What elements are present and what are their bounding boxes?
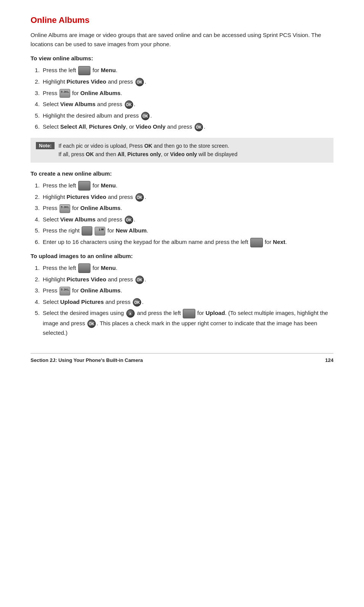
ok-button-icon: OK <box>125 100 133 109</box>
footer-right: 124 <box>325 357 333 363</box>
menu-key-icon <box>78 181 91 190</box>
list-item: Highlight Pictures Video and press OK. <box>41 274 333 284</box>
list-item: Select Upload Pictures and press OK. <box>41 297 333 307</box>
key-5-icon: 5 JKL <box>60 287 70 295</box>
list-item: Press 5 JKL for Online Albums. <box>41 286 333 295</box>
section3-label: To upload images to an online album: <box>31 253 333 259</box>
ok-button-icon: OK <box>87 320 96 328</box>
ok-button-icon: OK <box>141 112 150 120</box>
list-item: Select View Albums and press OK. <box>41 99 333 109</box>
section3-steps: Press the left for Menu. Highlight Pictu… <box>41 263 333 338</box>
page-title: Online Albums <box>31 15 333 25</box>
list-item: Press the left for Menu. <box>41 181 333 190</box>
list-item: Select the desired images using ∧OK and … <box>41 308 333 337</box>
ok-button-icon: OK <box>135 276 144 284</box>
list-item: Press the right 1 ✉ for New Album. <box>41 226 333 236</box>
menu-key-icon <box>78 263 91 273</box>
section2-label: To create a new online album: <box>31 170 333 177</box>
ok-button-icon: OK <box>125 216 133 224</box>
list-item: Highlight Pictures Video and press OK. <box>41 192 333 202</box>
list-item: Highlight the desired album and press OK… <box>41 111 333 121</box>
list-item: Press the left for Menu. <box>41 263 333 273</box>
footer-left: Section 2J: Using Your Phone's Built-in … <box>31 357 143 363</box>
list-item: Press 5 JKL for Online Albums. <box>41 203 333 213</box>
section1-label: To view online albums: <box>31 55 333 61</box>
intro-text: Online Albums are image or video groups … <box>31 31 333 49</box>
ok-button-icon: OK <box>195 123 203 131</box>
list-item: Select View Albums and press OK. <box>41 215 333 224</box>
ok-button-icon: OK <box>135 78 144 86</box>
right-key-icon <box>82 226 92 236</box>
menu-key-icon <box>183 309 195 318</box>
list-item: Press the left for Menu. <box>41 65 333 75</box>
menu-key-icon <box>250 238 263 247</box>
list-item: Select Select All, Pictures Only, or Vid… <box>41 122 333 132</box>
ok-button-icon: OK <box>135 193 144 202</box>
menu-key-icon <box>78 66 91 75</box>
key-5-icon: 5 JKL <box>60 89 70 98</box>
note-label: Note: <box>36 142 55 149</box>
note-text: If each pic or video is upload, Press OK… <box>58 142 237 159</box>
list-item: Press 5 JKL for Online Albums. <box>41 88 333 98</box>
note-box: Note: If each pic or video is upload, Pr… <box>31 138 333 163</box>
page-footer: Section 2J: Using Your Phone's Built-in … <box>31 353 333 363</box>
key-1-icon: 1 ✉ <box>95 227 105 236</box>
list-item: Highlight Pictures Video and press OK. <box>41 77 333 87</box>
ok-button-icon: OK <box>133 298 141 307</box>
section2-steps: Press the left for Menu. Highlight Pictu… <box>41 181 333 247</box>
section1-steps: Press the left for Menu. Highlight Pictu… <box>41 65 333 132</box>
key-5-icon: 5 JKL <box>60 204 70 213</box>
list-item: Enter up to 16 characters using the keyp… <box>41 237 333 247</box>
ok-arrow-button-icon: ∧OK <box>126 309 135 318</box>
